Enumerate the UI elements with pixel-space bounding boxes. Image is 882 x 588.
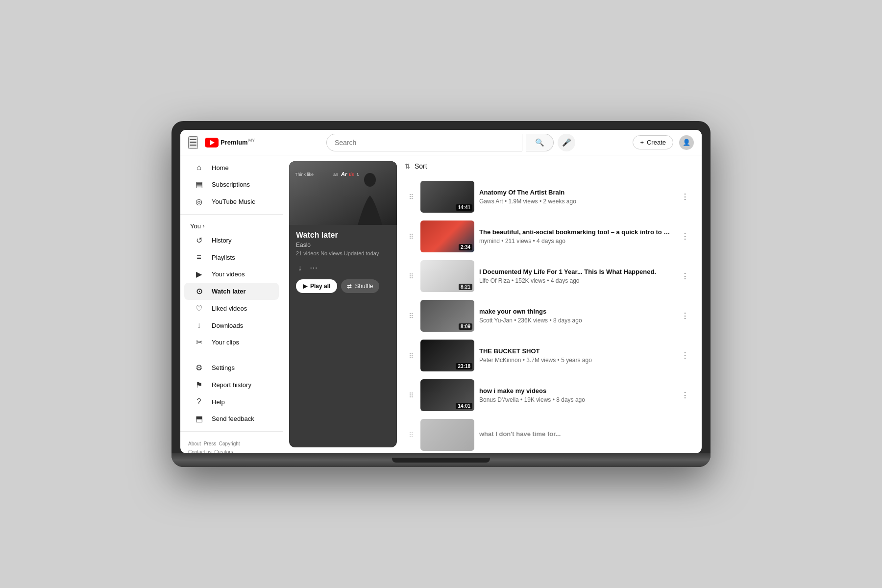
video-details-3: make your own things Scott Yu-Jan • 236K… <box>479 308 673 324</box>
topbar-center: 🔍 🎤 <box>291 134 611 151</box>
sidebar-item-watch-later[interactable]: ⊙ Watch later <box>184 283 279 300</box>
drag-handle: ⠿ <box>407 431 416 439</box>
more-playlist-button[interactable]: ⋯ <box>308 261 319 274</box>
sidebar-item-your-videos[interactable]: ▶ Your videos <box>184 266 279 283</box>
playlist-panel: Think like an Ar tis t. <box>289 161 397 447</box>
playlist-title: Watch later <box>296 231 390 240</box>
sidebar-item-settings[interactable]: ⚙ Settings <box>184 359 279 376</box>
drag-handle-0: ⠿ <box>407 193 416 201</box>
svg-text:tis: tis <box>349 172 354 177</box>
sidebar-item-downloads[interactable]: ↓ Downloads <box>184 317 279 334</box>
svg-point-8 <box>364 173 376 187</box>
sidebar-label-your-clips: Your clips <box>212 339 239 346</box>
sidebar-item-report-history[interactable]: ⚑ Report history <box>184 376 279 393</box>
video-channel-4: Peter McKinnon • 3.7M views • 5 years ag… <box>479 357 673 364</box>
video-item-4[interactable]: ⠿ 23:18 THE BUCKET SHOT Peter McKinnon •… <box>405 337 694 374</box>
sidebar-label-report-history: Report history <box>212 381 251 389</box>
mic-button[interactable]: 🎤 <box>558 134 575 151</box>
sidebar-label-liked-videos: Liked videos <box>212 305 247 312</box>
drag-handle-2: ⠿ <box>407 272 416 280</box>
video-details-5: how i make my videos Bonus D'Avella • 19… <box>479 387 673 404</box>
search-button[interactable]: 🔍 <box>526 134 554 151</box>
video-item-5[interactable]: ⠿ 14:01 how i make my videos Bonus D'Ave… <box>405 376 694 414</box>
sidebar-divider-1 <box>180 214 283 215</box>
download-playlist-button[interactable]: ↓ <box>296 262 304 274</box>
video-channel-1: mymind • 211 views • 4 days ago <box>479 238 673 245</box>
settings-icon: ⚙ <box>194 363 204 372</box>
video-thumbnail-5: 14:01 <box>420 379 474 411</box>
video-item-2[interactable]: ⠿ 8:21 I Documented My Life For 1 Year..… <box>405 257 694 295</box>
create-button[interactable]: + Create <box>633 135 673 149</box>
sidebar-label-help: Help <box>212 398 225 406</box>
sidebar-item-playlists[interactable]: ≡ Playlists <box>184 249 279 266</box>
playlist-meta: 21 videos No views Updated today <box>296 250 390 256</box>
video-item-0[interactable]: ⠿ 14:41 Anatomy Of The Artist Brain Gaws… <box>405 178 694 216</box>
video-title-6: what I don't have time for... <box>479 430 692 439</box>
sidebar-item-history[interactable]: ↺ History <box>184 232 279 249</box>
video-item-partial[interactable]: ⠿ what I don't have time for... <box>405 416 694 453</box>
logo-text: PremiumMY <box>220 138 255 147</box>
feedback-icon: ⬒ <box>194 414 204 423</box>
sidebar-label-settings: Settings <box>212 364 235 371</box>
playlist-thumb-bg: Think like an Ar tis t. <box>289 161 397 225</box>
video-more-button-5[interactable]: ⋮ <box>678 389 692 402</box>
video-title-0: Anatomy Of The Artist Brain <box>479 189 673 197</box>
help-icon: ? <box>194 397 204 406</box>
plus-icon: + <box>640 139 644 146</box>
video-item-1[interactable]: ⠿ 2:34 The beautiful, anti-social bookma… <box>405 218 694 255</box>
video-details-6: what I don't have time for... <box>479 430 692 440</box>
liked-videos-icon: ♡ <box>194 304 204 313</box>
video-details-4: THE BUCKET SHOT Peter McKinnon • 3.7M vi… <box>479 347 673 364</box>
sidebar-label-send-feedback: Send feedback <box>212 415 254 422</box>
video-details-2: I Documented My Life For 1 Year... This … <box>479 268 673 285</box>
screen: ☰ PremiumMY <box>180 130 702 453</box>
search-input[interactable] <box>335 139 514 147</box>
sidebar: ⌂ Home ▤ Subscriptions ◎ YouTube Music Y… <box>180 155 283 453</box>
your-videos-icon: ▶ <box>194 270 204 279</box>
sidebar-item-your-clips[interactable]: ✂ Your clips <box>184 334 279 351</box>
sidebar-item-liked-videos[interactable]: ♡ Liked videos <box>184 300 279 317</box>
video-duration-0: 14:41 <box>456 204 472 211</box>
sidebar-item-help[interactable]: ? Help <box>184 393 279 410</box>
downloads-icon: ↓ <box>194 321 204 330</box>
video-duration-1: 2:34 <box>459 244 472 250</box>
shuffle-button[interactable]: ⇄ Shuffle <box>341 279 379 293</box>
menu-button[interactable]: ☰ <box>188 136 198 149</box>
playlist-actions: ↓ ⋯ <box>296 261 390 274</box>
sidebar-label-downloads: Downloads <box>212 322 243 329</box>
video-channel-0: Gaws Art • 1.9M views • 2 weeks ago <box>479 198 673 205</box>
video-thumbnail-0: 14:41 <box>420 181 474 213</box>
drag-handle-4: ⠿ <box>407 352 416 360</box>
video-details-0: Anatomy Of The Artist Brain Gaws Art • 1… <box>479 189 673 205</box>
sidebar-item-home[interactable]: ⌂ Home <box>184 159 279 176</box>
avatar-button[interactable]: 👤 <box>679 135 694 150</box>
play-all-button[interactable]: ▶ Play all <box>296 279 337 293</box>
video-thumbnail-4: 23:18 <box>420 340 474 371</box>
sidebar-item-subscriptions[interactable]: ▤ Subscriptions <box>184 176 279 193</box>
content-area: Think like an Ar tis t. <box>283 155 702 453</box>
video-more-button-3[interactable]: ⋮ <box>678 309 692 322</box>
playlist-author: Easlo <box>296 242 390 248</box>
laptop-frame: ☰ PremiumMY <box>172 121 710 467</box>
sidebar-you-section[interactable]: You › <box>180 219 283 232</box>
playlist-info: Watch later Easlo 21 videos No views Upd… <box>289 225 397 299</box>
video-more-button-2[interactable]: ⋮ <box>678 270 692 283</box>
logo-area[interactable]: PremiumMY <box>205 138 255 147</box>
sort-button[interactable]: Sort <box>415 162 427 170</box>
sidebar-label-youtube-music: YouTube Music <box>212 198 255 205</box>
video-more-button-1[interactable]: ⋮ <box>678 230 692 243</box>
video-item-3[interactable]: ⠿ 8:09 make your own things Scott Yu-Jan… <box>405 297 694 335</box>
sidebar-item-send-feedback[interactable]: ⬒ Send feedback <box>184 410 279 427</box>
search-box[interactable] <box>326 134 522 151</box>
topbar-right: + Create 👤 <box>615 135 694 150</box>
video-title-1: The beautiful, anti-social bookmarking t… <box>479 228 673 237</box>
video-thumbnail-1: 2:34 <box>420 220 474 252</box>
watch-later-icon: ⊙ <box>194 287 204 296</box>
video-more-button-4[interactable]: ⋮ <box>678 349 692 362</box>
sidebar-item-youtube-music[interactable]: ◎ YouTube Music <box>184 193 279 210</box>
video-duration-5: 14:01 <box>456 403 472 409</box>
video-channel-3: Scott Yu-Jan • 236K views • 8 days ago <box>479 317 673 324</box>
video-more-button-0[interactable]: ⋮ <box>678 190 692 203</box>
sidebar-label-history: History <box>212 237 231 244</box>
sort-bar: ⇅ Sort <box>405 160 694 172</box>
